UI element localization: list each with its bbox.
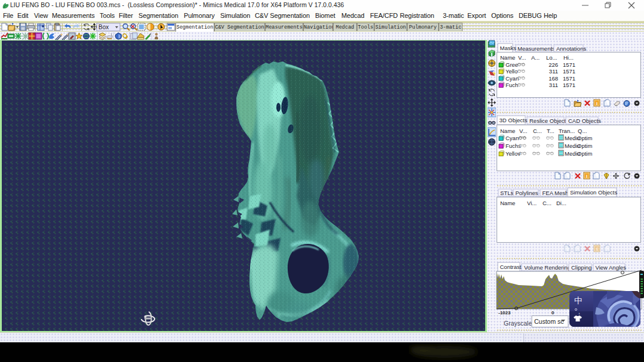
svg-text:311: 311 — [549, 68, 558, 75]
svg-text:Name: Name — [500, 54, 515, 61]
svg-text:中: 中 — [574, 296, 583, 305]
svg-text:V...: V... — [519, 128, 527, 134]
svg-text:3D Objects: 3D Objects — [500, 117, 528, 123]
svg-text:Contrast: Contrast — [500, 264, 522, 270]
svg-text:Fuch: Fuch — [506, 82, 518, 88]
svg-text:STLs: STLs — [500, 190, 513, 196]
svg-text:1571: 1571 — [563, 75, 575, 82]
svg-text:FEA Mesh: FEA Mesh — [543, 190, 569, 196]
svg-text:1571: 1571 — [563, 82, 575, 88]
svg-text:Measurements: Measurements — [517, 45, 555, 52]
svg-text:Simulation Objects: Simulation Objects — [570, 189, 617, 196]
svg-text:,: , — [578, 308, 580, 315]
svg-text:311: 311 — [549, 82, 558, 88]
svg-text:Yello: Yello — [506, 68, 517, 75]
svg-text:CAD Objects: CAD Objects — [568, 117, 601, 124]
svg-text:Lo...: Lo... — [546, 54, 557, 61]
svg-text:Cyan: Cyan — [506, 75, 519, 82]
svg-text:Grayscale:: Grayscale: — [504, 320, 534, 327]
svg-text:View Angles: View Angles — [596, 264, 627, 271]
svg-text:V...: V... — [518, 54, 526, 61]
svg-text:A...: A... — [531, 54, 540, 61]
svg-text:Vi...: Vi... — [527, 200, 537, 206]
svg-text:C...: C... — [543, 200, 551, 206]
svg-text:Clipping: Clipping — [571, 264, 591, 271]
svg-text:168: 168 — [549, 75, 558, 82]
svg-text:Yellov: Yellov — [506, 150, 520, 157]
svg-text:Box: Box — [98, 24, 109, 30]
svg-text:1571: 1571 — [563, 61, 575, 68]
svg-text:Custom sc: Custom sc — [534, 318, 564, 325]
svg-text:Masks: Masks — [500, 45, 517, 51]
svg-text:-1023: -1023 — [498, 310, 511, 315]
svg-text:0: 0 — [551, 310, 554, 315]
svg-text:Gree: Gree — [506, 61, 518, 68]
svg-text:Optim: Optim — [577, 143, 592, 149]
svg-text:Di...: Di... — [556, 200, 566, 206]
svg-text:Volume Rendering: Volume Rendering — [524, 264, 571, 271]
svg-text:Annotations: Annotations — [556, 45, 586, 52]
svg-text:Hi...: Hi... — [563, 54, 574, 61]
svg-text:Cyan: Cyan — [506, 135, 519, 141]
svg-text:T...: T... — [547, 128, 554, 134]
svg-text:Name: Name — [500, 128, 515, 134]
svg-text:Optim: Optim — [577, 150, 592, 157]
svg-text:Name: Name — [500, 200, 515, 206]
svg-text:Reslice Objects: Reslice Objects — [529, 117, 569, 124]
svg-text:Tran...: Tran... — [559, 128, 575, 134]
svg-text:1571: 1571 — [563, 68, 575, 75]
svg-text:226: 226 — [549, 61, 558, 68]
svg-text:Q...: Q... — [578, 128, 587, 134]
svg-text:C...: C... — [533, 128, 542, 134]
svg-text:Polylines: Polylines — [516, 190, 538, 196]
svg-text:Optim: Optim — [577, 135, 592, 141]
